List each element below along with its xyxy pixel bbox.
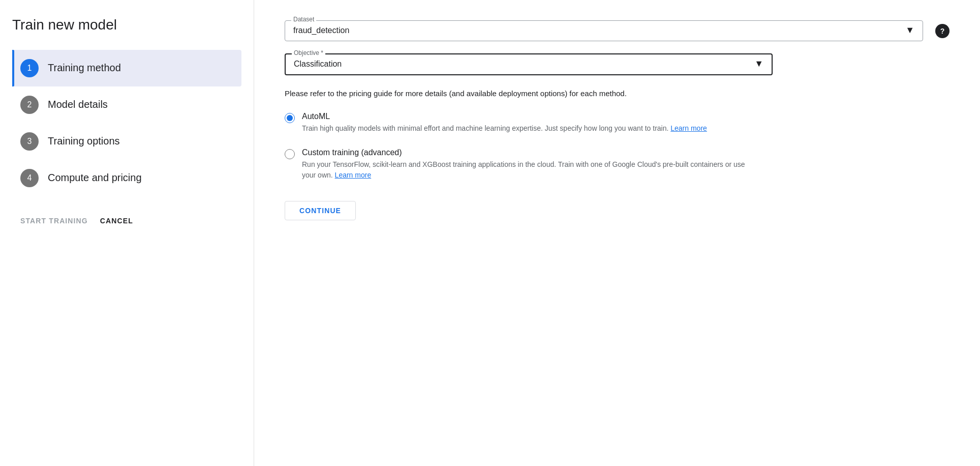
- step-number-2: 2: [20, 96, 39, 114]
- custom-title[interactable]: Custom training (advanced): [302, 148, 749, 157]
- pricing-description: Please refer to the pricing guide for mo…: [285, 88, 752, 100]
- custom-radio[interactable]: [285, 149, 295, 159]
- custom-learn-more-link[interactable]: Learn more: [335, 171, 372, 179]
- dataset-label: Dataset: [291, 16, 316, 23]
- steps-list: 1 Training method 2 Model details 3 Trai…: [12, 50, 241, 196]
- training-options-group: AutoML Train high quality models with mi…: [285, 112, 950, 181]
- step-item-2[interactable]: 2 Model details: [12, 86, 241, 123]
- automl-option: AutoML Train high quality models with mi…: [285, 112, 950, 134]
- dataset-value-row: fraud_detection ▼: [293, 25, 914, 36]
- step-label-3: Training options: [48, 135, 120, 147]
- step-label-1: Training method: [48, 62, 121, 74]
- step-item-3[interactable]: 3 Training options: [12, 123, 241, 160]
- step-number-4: 4: [20, 169, 39, 187]
- automl-title[interactable]: AutoML: [302, 112, 707, 121]
- objective-value-row: Classification ▼: [294, 59, 763, 69]
- objective-label: Objective *: [292, 49, 325, 56]
- objective-value: Classification: [294, 60, 754, 69]
- automl-radio[interactable]: [285, 113, 295, 123]
- sidebar-actions: START TRAINING CANCEL: [12, 213, 241, 229]
- cancel-button[interactable]: CANCEL: [100, 213, 133, 229]
- step-number-1: 1: [20, 59, 39, 77]
- step-number-3: 3: [20, 132, 39, 151]
- dataset-field-wrapper: Dataset fraud_detection ▼: [285, 20, 923, 41]
- dataset-value: fraud_detection: [293, 26, 905, 35]
- automl-content: AutoML Train high quality models with mi…: [302, 112, 707, 134]
- step-label-4: Compute and pricing: [48, 172, 142, 184]
- step-label-2: Model details: [48, 99, 108, 110]
- help-icon[interactable]: ?: [935, 24, 950, 38]
- objective-field-group: Objective * Classification ▼: [285, 53, 950, 75]
- custom-description: Run your TensorFlow, scikit-learn and XG…: [302, 159, 749, 181]
- dataset-row: Dataset fraud_detection ▼ ?: [285, 20, 950, 41]
- main-content: Dataset fraud_detection ▼ ? Objective * …: [254, 0, 980, 466]
- dataset-field-group: Dataset fraud_detection ▼ ?: [285, 20, 950, 41]
- step-item-4[interactable]: 4 Compute and pricing: [12, 160, 241, 196]
- automl-learn-more-link[interactable]: Learn more: [670, 124, 707, 132]
- custom-content: Custom training (advanced) Run your Tens…: [302, 148, 749, 181]
- automl-description: Train high quality models with minimal e…: [302, 123, 707, 134]
- dropdown-arrow-icon[interactable]: ▼: [905, 25, 914, 36]
- objective-dropdown-arrow-icon[interactable]: ▼: [754, 59, 763, 69]
- step-item-1[interactable]: 1 Training method: [12, 50, 241, 86]
- page-title: Train new model: [12, 16, 241, 34]
- continue-button[interactable]: CONTINUE: [285, 201, 356, 220]
- sidebar: Train new model 1 Training method 2 Mode…: [0, 0, 254, 466]
- custom-training-option: Custom training (advanced) Run your Tens…: [285, 148, 950, 181]
- objective-field-wrapper: Objective * Classification ▼: [285, 53, 773, 75]
- start-training-button[interactable]: START TRAINING: [20, 213, 88, 229]
